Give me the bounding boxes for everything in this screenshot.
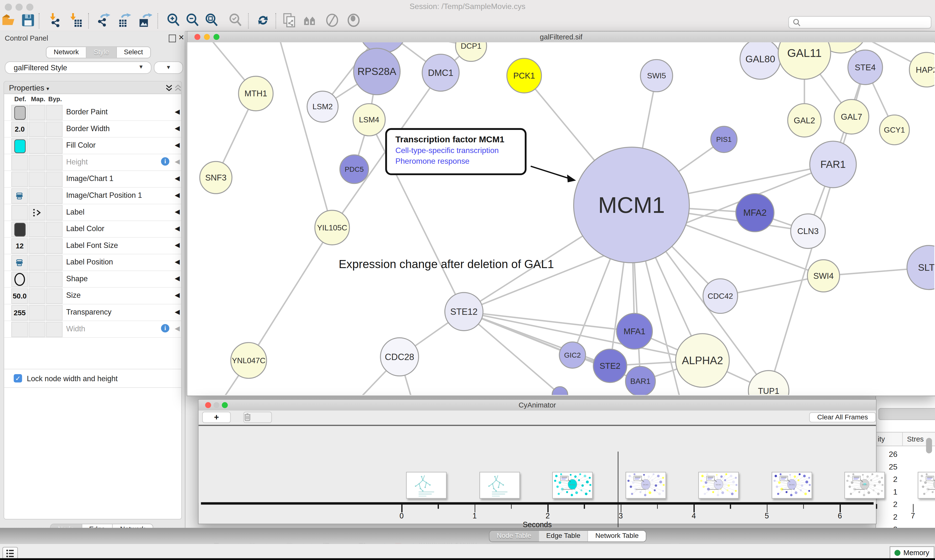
import-network-icon[interactable] [48, 12, 63, 28]
property-row-label-font-size[interactable]: 12Label Font Size◀ [4, 237, 181, 254]
table-column-stress[interactable]: Stres [907, 435, 924, 443]
export-table-icon[interactable] [116, 12, 132, 28]
property-row-size[interactable]: 50.0Size◀ [4, 287, 181, 304]
property-row-width[interactable]: Widthi◀ [4, 321, 181, 338]
def-cell[interactable] [11, 255, 28, 271]
expand-property-icon[interactable]: ◀ [175, 291, 180, 299]
property-row-height[interactable]: Heighti◀ [4, 154, 181, 171]
show-details-icon[interactable] [346, 12, 361, 28]
def-cell[interactable]: 12 [11, 238, 28, 254]
def-cell[interactable] [11, 155, 28, 171]
tab-network-table[interactable]: Network Table [588, 531, 646, 542]
refresh-icon[interactable] [255, 12, 271, 28]
map-cell[interactable] [29, 171, 46, 187]
def-cell[interactable] [11, 322, 28, 337]
map-cell[interactable] [29, 238, 46, 254]
tab-select[interactable]: Select [117, 47, 150, 58]
property-row-image-chart-position-1[interactable]: Image/Chart Position 1◀ [4, 187, 181, 205]
expand-property-icon[interactable]: ◀ [175, 141, 180, 149]
expand-property-icon[interactable]: ◀ [175, 241, 180, 249]
byp-cell[interactable] [46, 222, 63, 237]
byp-cell[interactable] [46, 255, 63, 271]
property-row-label[interactable]: Label◀ [4, 204, 181, 221]
byp-cell[interactable] [46, 238, 63, 254]
frame-thumbnail-1[interactable] [479, 472, 520, 499]
map-cell[interactable] [29, 322, 46, 337]
float-panel-icon[interactable] [169, 35, 176, 42]
close-panel-icon[interactable]: ✕ [178, 33, 184, 42]
zoom-window-button[interactable] [26, 4, 33, 11]
byp-cell[interactable] [46, 272, 63, 287]
def-cell[interactable] [11, 171, 28, 187]
expand-property-icon[interactable]: ◀ [175, 191, 180, 199]
import-table-icon[interactable] [68, 12, 83, 28]
byp-cell[interactable] [46, 288, 63, 304]
byp-cell[interactable] [46, 322, 63, 337]
frame-thumbnail-2[interactable]: MCM1 [552, 472, 593, 499]
map-cell[interactable] [29, 155, 46, 171]
network-canvas[interactable]: DCP1RPS28ADMC1PCK1MTH1LSM2LSM4SWI5GAL80G… [187, 42, 935, 395]
lock-size-checkbox[interactable]: ✓ [14, 374, 22, 382]
annotation-box[interactable]: Transcription factor MCM1 Cell-type-spec… [385, 128, 526, 175]
property-row-label-color[interactable]: Label Color◀ [4, 220, 181, 238]
frame-thumbnail-4[interactable]: MCM1 [698, 472, 739, 499]
property-row-border-width[interactable]: 2.0Border Width◀ [4, 120, 181, 138]
zoom-out-icon[interactable] [185, 12, 201, 28]
tab-style[interactable]: Style [87, 47, 117, 58]
map-cell[interactable] [29, 122, 46, 137]
def-cell[interactable] [11, 205, 28, 220]
tab-edge-table[interactable]: Edge Table [539, 531, 588, 542]
def-cell[interactable] [11, 272, 28, 287]
zoom-selected-icon[interactable] [228, 12, 244, 28]
clear-all-frames-button[interactable]: Clear All Frames [809, 412, 876, 423]
expand-property-icon[interactable]: ◀ [175, 275, 180, 282]
map-cell[interactable] [29, 138, 46, 154]
map-cell[interactable] [29, 272, 46, 287]
search-network-icon[interactable] [302, 12, 318, 28]
frame-thumbnail-5[interactable]: MCM1 [771, 472, 812, 499]
property-row-label-position[interactable]: Label Position◀ [4, 254, 181, 271]
close-window-button[interactable] [5, 4, 12, 11]
def-cell[interactable] [11, 105, 28, 120]
info-icon[interactable]: i [161, 157, 169, 166]
expand-property-icon[interactable]: ◀ [175, 308, 180, 316]
table-column-ity[interactable]: ity [878, 435, 885, 443]
expand-property-icon[interactable]: ◀ [175, 258, 180, 266]
byp-cell[interactable] [46, 188, 63, 204]
add-frame-button[interactable]: + [202, 412, 231, 423]
frame-thumbnail-6[interactable]: MCM1 [844, 472, 885, 499]
network-window-titlebar[interactable]: galFiltered.sif [187, 32, 935, 43]
edge-T2-YIL105C[interactable] [272, 42, 332, 228]
def-cell[interactable]: 255 [11, 305, 28, 321]
export-network-icon[interactable] [96, 12, 111, 28]
map-cell[interactable] [29, 305, 46, 321]
byp-cell[interactable] [46, 155, 63, 171]
property-row-shape[interactable]: Shape◀ [4, 271, 181, 288]
tab-node-table[interactable]: Node Table [490, 531, 539, 542]
edge-YNL047C-YIL105C[interactable] [248, 228, 332, 360]
byp-cell[interactable] [46, 205, 63, 220]
playhead[interactable] [617, 451, 619, 527]
map-cell[interactable] [29, 105, 46, 120]
collapse-all-icon[interactable] [174, 84, 182, 92]
map-cell[interactable] [29, 288, 46, 304]
memory-button[interactable]: Memory [890, 546, 935, 559]
cyanimator-titlebar[interactable]: CyAnimator [199, 400, 876, 411]
hide-details-icon[interactable] [324, 12, 340, 28]
style-options-button[interactable]: ▼ [154, 61, 183, 74]
zoom-in-icon[interactable] [166, 12, 181, 28]
def-cell[interactable] [11, 222, 28, 237]
delete-frame-button[interactable] [243, 412, 272, 423]
zoom-fit-icon[interactable] [204, 12, 220, 28]
expression-annotation[interactable]: Expression change after deletion of GAL1 [339, 257, 554, 271]
info-icon[interactable]: i [161, 324, 169, 332]
style-selector[interactable]: galFiltered Style ▼ [5, 61, 151, 74]
def-cell[interactable]: 50.0 [11, 288, 28, 304]
def-cell[interactable]: 2.0 [11, 122, 28, 137]
export-image-icon[interactable] [137, 12, 152, 28]
byp-cell[interactable] [46, 305, 63, 321]
node-PCUT[interactable] [552, 386, 568, 395]
expand-property-icon[interactable]: ◀ [175, 158, 180, 166]
property-row-border-paint[interactable]: Border Paint◀ [4, 104, 181, 121]
expand-property-icon[interactable]: ◀ [175, 125, 180, 132]
